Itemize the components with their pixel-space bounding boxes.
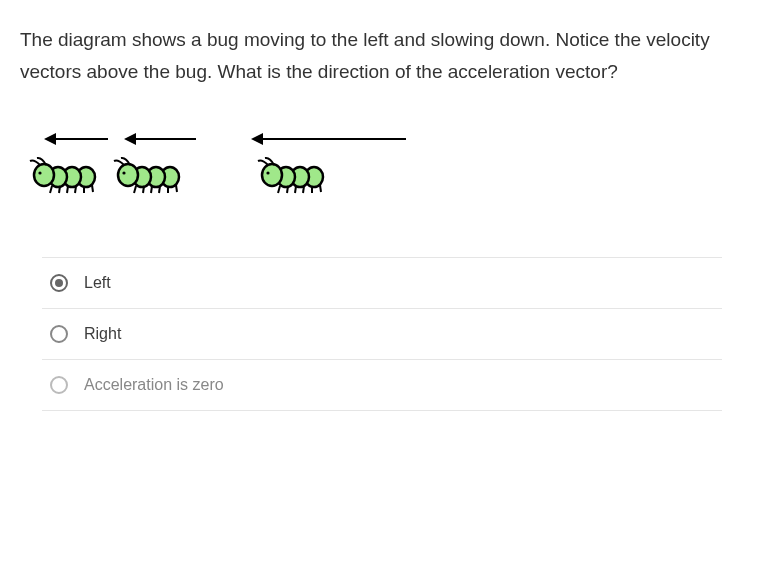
answer-options: Left Right Acceleration is zero bbox=[42, 257, 722, 411]
option-zero[interactable]: Acceleration is zero bbox=[42, 360, 722, 411]
svg-marker-3 bbox=[124, 133, 136, 145]
velocity-arrow-3 bbox=[251, 133, 406, 145]
radio-icon bbox=[50, 274, 68, 292]
question-text: The diagram shows a bug moving to the le… bbox=[20, 24, 746, 89]
bug-icon-3 bbox=[258, 157, 323, 192]
bug-icon-1 bbox=[30, 157, 95, 192]
svg-marker-5 bbox=[251, 133, 263, 145]
option-label: Right bbox=[84, 325, 121, 343]
option-left[interactable]: Left bbox=[42, 258, 722, 309]
svg-marker-1 bbox=[44, 133, 56, 145]
option-right[interactable]: Right bbox=[42, 309, 722, 360]
bug-icon-2 bbox=[114, 157, 179, 192]
radio-icon bbox=[50, 376, 68, 394]
velocity-arrow-1 bbox=[44, 133, 108, 145]
velocity-arrow-2 bbox=[124, 133, 196, 145]
bug-diagram bbox=[26, 117, 426, 217]
radio-icon bbox=[50, 325, 68, 343]
option-label: Left bbox=[84, 274, 111, 292]
option-label: Acceleration is zero bbox=[84, 376, 224, 394]
